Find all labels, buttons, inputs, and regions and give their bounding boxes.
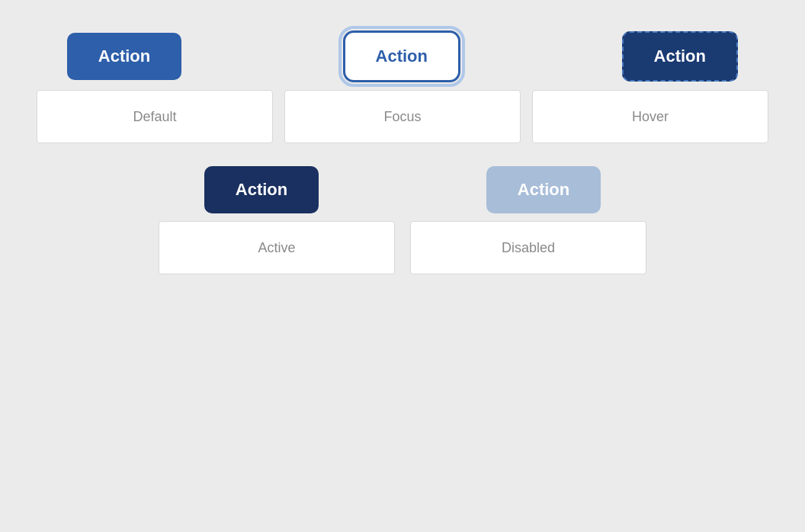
focus-button[interactable]: Action <box>343 30 460 82</box>
disabled-label: Disabled <box>410 221 646 274</box>
active-button[interactable]: Action <box>204 166 319 213</box>
active-label: Active <box>159 221 395 274</box>
disabled-button: Action <box>486 166 601 213</box>
focus-label: Focus <box>284 90 521 143</box>
bottom-labels-row: Active Disabled <box>21 221 784 274</box>
default-label: Default <box>37 90 273 143</box>
bottom-buttons-row: Action Action <box>21 166 784 213</box>
top-labels-row: Default Focus Hover <box>21 90 784 143</box>
hover-label: Hover <box>532 90 768 143</box>
hover-button[interactable]: Action <box>622 31 738 82</box>
top-buttons-row: Action Action Action <box>21 30 784 82</box>
default-button[interactable]: Action <box>67 33 181 80</box>
main-container: Action Action Action Default Focus Hover… <box>21 30 784 274</box>
